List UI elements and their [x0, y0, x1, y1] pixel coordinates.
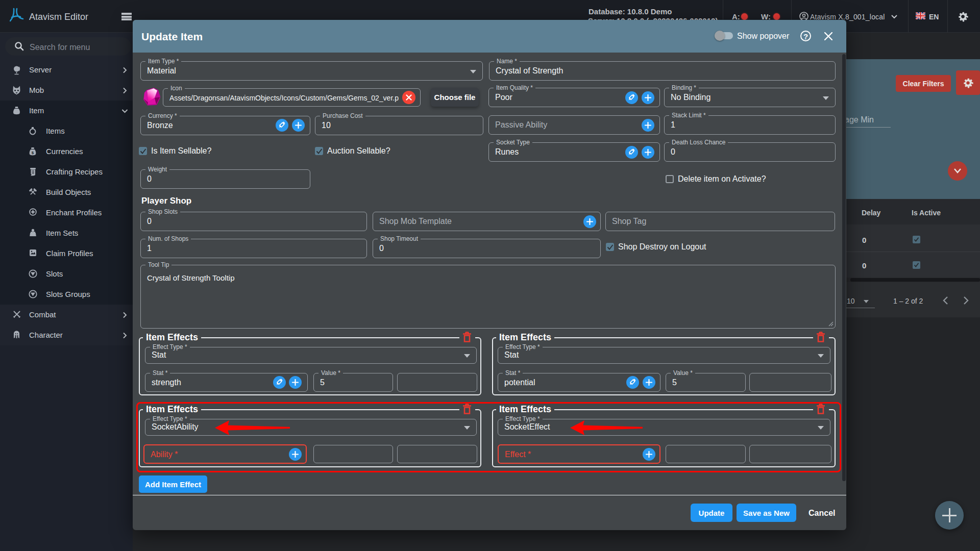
- svg-text:$: $: [32, 151, 34, 155]
